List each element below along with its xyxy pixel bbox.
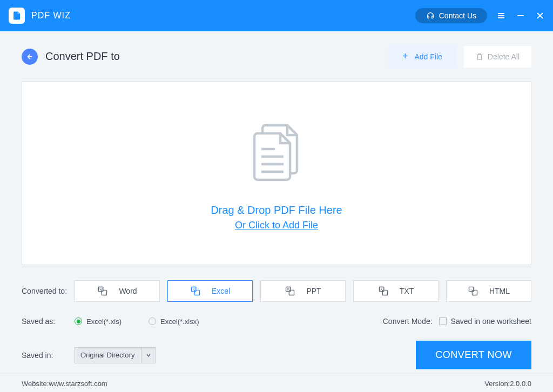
svg-rect-18 (289, 290, 294, 295)
arrow-left-icon (26, 53, 33, 60)
radio-xlsx[interactable]: Excel(*.xlsx) (149, 317, 199, 326)
svg-text:X: X (193, 288, 195, 291)
worksheet-checkbox[interactable]: Saved in one worksheet (439, 317, 531, 326)
svg-rect-15 (194, 290, 199, 295)
trash-icon (476, 53, 483, 60)
format-txt-label: TXT (400, 287, 414, 295)
svg-rect-24 (472, 290, 477, 295)
worksheet-checkbox-label: Saved in one worksheet (451, 317, 531, 326)
excel-icon: X (190, 286, 201, 296)
add-file-label: Add File (414, 52, 442, 61)
radio-icon (149, 317, 156, 325)
contact-us-button[interactable]: Contact Us (415, 8, 487, 23)
minimize-button[interactable] (516, 11, 525, 20)
checkbox-icon (439, 317, 447, 325)
menu-icon (497, 11, 505, 20)
version-label: Version: (484, 380, 510, 388)
converted-to-row: Converted to: W Word X Excel P PPT A TXT… (22, 280, 531, 302)
website-label: Website: (22, 380, 49, 388)
saved-as-label: Saved as: (22, 317, 75, 326)
close-icon (536, 11, 544, 20)
txt-icon: A (378, 286, 389, 296)
svg-text:<>: <> (469, 288, 472, 291)
close-button[interactable] (536, 11, 544, 20)
radio-xls[interactable]: Excel(*.xls) (75, 317, 122, 326)
svg-text:W: W (100, 288, 103, 291)
minimize-icon (516, 11, 525, 20)
add-file-button[interactable]: + Add File (388, 44, 456, 69)
page-title: Convert PDF to (45, 50, 120, 63)
convert-mode-label: Convert Mode: (383, 317, 433, 326)
format-excel-label: Excel (212, 287, 230, 295)
format-ppt-label: PPT (306, 287, 321, 295)
svg-rect-12 (102, 290, 107, 295)
version-value: 2.0.0.0 (510, 380, 531, 388)
format-html-label: HTML (489, 287, 510, 295)
radio-icon (75, 317, 82, 325)
converted-to-label: Converted to: (22, 287, 75, 295)
back-button[interactable] (22, 49, 38, 65)
radio-xlsx-label: Excel(*.xlsx) (160, 317, 199, 326)
file-drop-area[interactable]: Drag & Drop PDF File Here Or Click to Ad… (22, 82, 531, 265)
delete-all-button[interactable]: Delete All (464, 46, 531, 67)
saved-in-selected: Original Directory (80, 351, 134, 359)
website-link[interactable]: www.starzsoft.com (49, 380, 107, 388)
svg-text:P: P (287, 288, 289, 291)
format-txt-button[interactable]: A TXT (353, 280, 439, 302)
format-word-label: Word (119, 287, 137, 295)
format-ppt-button[interactable]: P PPT (260, 280, 346, 302)
html-icon: <> (468, 286, 478, 296)
ppt-icon: P (285, 286, 295, 296)
delete-all-label: Delete All (488, 52, 520, 61)
saved-as-row: Saved as: Excel(*.xls) Excel(*.xlsx) Con… (22, 317, 531, 326)
plus-icon: + (402, 51, 408, 62)
click-to-add-link[interactable]: Or Click to Add File (235, 220, 318, 231)
page-header: Convert PDF to + Add File Delete All (22, 44, 531, 69)
convert-now-button[interactable]: CONVERT NOW (416, 341, 531, 369)
saved-in-row: Saved in: Original Directory CONVERT NOW (22, 341, 531, 369)
documents-icon (241, 116, 312, 188)
headset-icon (426, 11, 435, 20)
saved-in-dropdown[interactable]: Original Directory (75, 347, 156, 363)
format-excel-button[interactable]: X Excel (167, 280, 253, 302)
chevron-down-icon (141, 348, 155, 363)
app-logo (9, 8, 25, 24)
format-html-button[interactable]: <> HTML (446, 280, 531, 302)
titlebar: PDF WIZ Contact Us (0, 0, 553, 31)
format-word-button[interactable]: W Word (75, 280, 160, 302)
svg-rect-21 (382, 290, 387, 295)
drop-instruction-text: Drag & Drop PDF File Here (211, 204, 342, 217)
radio-xls-label: Excel(*.xls) (86, 317, 122, 326)
saved-in-label: Saved in: (22, 351, 75, 360)
word-icon: W (97, 286, 108, 296)
menu-button[interactable] (497, 11, 505, 20)
app-title: PDF WIZ (31, 11, 71, 21)
contact-us-label: Contact Us (439, 11, 476, 20)
svg-text:A: A (380, 288, 382, 291)
footer: Website: www.starzsoft.com Version: 2.0.… (0, 375, 553, 392)
